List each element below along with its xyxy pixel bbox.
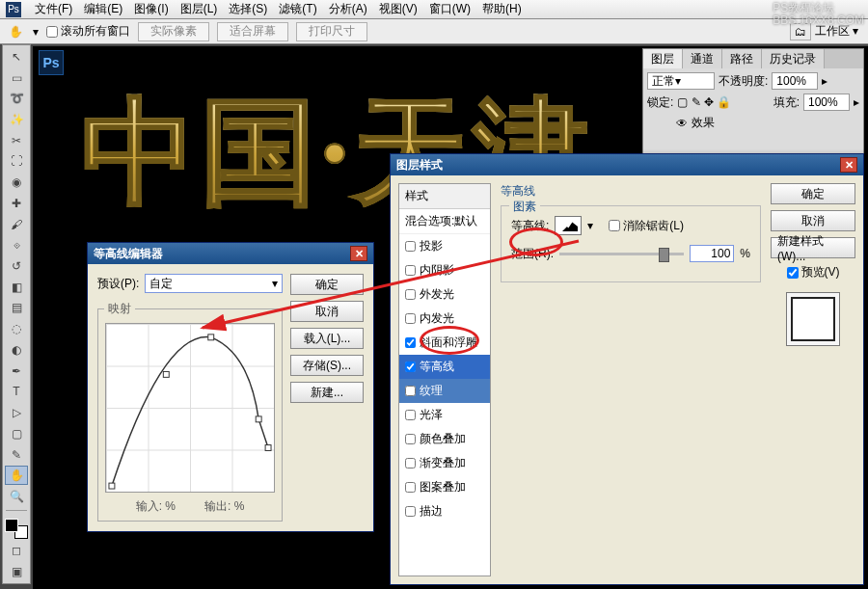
range-input[interactable]	[690, 245, 734, 262]
preset-select[interactable]: 自定▾	[145, 274, 283, 293]
style-list-head[interactable]: 样式	[399, 184, 490, 209]
outer-glow-item[interactable]: 外发光	[399, 282, 490, 307]
menu-file[interactable]: 文件(F)	[29, 0, 78, 19]
preview-checkbox[interactable]: 预览(V)	[787, 264, 840, 281]
menu-analysis[interactable]: 分析(A)	[323, 0, 373, 19]
gradient-overlay-item[interactable]: 渐变叠加	[399, 451, 490, 475]
menu-filter[interactable]: 滤镜(T)	[273, 0, 322, 19]
preset-label: 预设(P):	[97, 276, 139, 292]
layer-style-dialog: 图层样式 ✕ 样式 混合选项:默认 投影 内阴影 外发光 内发光 斜面和浮雕 等…	[390, 153, 864, 585]
satin-item[interactable]: 光泽	[399, 403, 490, 427]
drop-shadow-item[interactable]: 投影	[399, 234, 490, 258]
stamp-tool-icon[interactable]: ⟐	[5, 235, 28, 254]
shape-tool-icon[interactable]: ▢	[5, 424, 28, 443]
scroll-all-windows-checkbox[interactable]: 滚动所有窗口	[46, 23, 130, 40]
zoom-tool-icon[interactable]: 🔍	[5, 487, 28, 506]
inner-glow-item[interactable]: 内发光	[399, 307, 490, 331]
blend-options-item[interactable]: 混合选项:默认	[399, 209, 490, 234]
eye-icon[interactable]: 👁	[676, 117, 688, 130]
pen-tool-icon[interactable]: ✒	[5, 361, 28, 381]
fit-screen-button[interactable]: 适合屏幕	[217, 22, 288, 41]
ok-button[interactable]: 确定	[771, 183, 855, 204]
tab-channels[interactable]: 通道	[683, 49, 722, 68]
close-icon[interactable]: ✕	[350, 246, 367, 261]
svg-rect-2	[208, 335, 214, 340]
texture-item[interactable]: 纹理	[399, 379, 490, 403]
dialog-titlebar[interactable]: 图层样式 ✕	[391, 154, 863, 175]
arrow-icon[interactable]: ▸	[854, 95, 859, 109]
ok-button[interactable]: 确定	[290, 274, 364, 295]
inner-shadow-item[interactable]: 内阴影	[399, 258, 490, 282]
svg-rect-0	[109, 483, 115, 489]
curve-canvas[interactable]	[105, 323, 275, 493]
pattern-overlay-item[interactable]: 图案叠加	[399, 475, 490, 499]
crop-tool-icon[interactable]: ✂	[5, 131, 28, 150]
menu-select[interactable]: 选择(S)	[223, 0, 273, 19]
menu-help[interactable]: 帮助(H)	[476, 0, 528, 19]
go-bridge-icon[interactable]: 🗂	[790, 23, 811, 40]
elements-group-title: 图素	[509, 199, 540, 215]
menu-image[interactable]: 图像(I)	[128, 0, 174, 19]
new-style-button[interactable]: 新建样式(W)...	[771, 237, 855, 258]
fg-bg-swatch[interactable]	[5, 519, 28, 540]
print-size-button[interactable]: 打印尺寸	[296, 22, 367, 41]
lock-icons[interactable]: ▢ ✎ ✥ 🔒	[677, 95, 731, 109]
menu-window[interactable]: 窗口(W)	[423, 0, 476, 19]
cancel-button[interactable]: 取消	[290, 301, 364, 322]
slice-tool-icon[interactable]: ⛶	[5, 152, 28, 172]
close-icon[interactable]: ✕	[840, 157, 857, 173]
svg-rect-1	[163, 371, 169, 377]
hand-tool-icon[interactable]: ✋	[5, 466, 28, 485]
blur-tool-icon[interactable]: ◌	[5, 319, 28, 338]
notes-tool-icon[interactable]: ✎	[5, 445, 28, 465]
marquee-tool-icon[interactable]: ▭	[5, 68, 28, 88]
workspace-dropdown[interactable]: 工作区 ▾	[815, 23, 858, 40]
hand-tool-icon[interactable]: ✋	[6, 22, 25, 41]
contour-thumb[interactable]	[555, 216, 582, 235]
contour-item[interactable]: 等高线	[399, 355, 490, 379]
dropdown-icon[interactable]: ▾	[587, 219, 593, 232]
type-tool-icon[interactable]: T	[5, 383, 28, 402]
menu-view[interactable]: 视图(V)	[373, 0, 423, 19]
layer-effects-label[interactable]: 效果	[692, 115, 715, 131]
move-tool-icon[interactable]: ↖	[5, 47, 28, 67]
heal-tool-icon[interactable]: ✚	[5, 194, 28, 213]
range-slider[interactable]	[559, 253, 684, 255]
actual-pixels-button[interactable]: 实际像素	[138, 22, 209, 41]
path-tool-icon[interactable]: ▷	[5, 403, 28, 422]
color-overlay-item[interactable]: 颜色叠加	[399, 427, 490, 451]
screen-mode-icon[interactable]: ▣	[5, 562, 28, 581]
arrow-icon[interactable]: ▸	[822, 74, 827, 88]
save-button[interactable]: 存储(S)...	[290, 355, 364, 376]
stroke-item[interactable]: 描边	[399, 499, 490, 523]
history-brush-icon[interactable]: ↺	[5, 256, 28, 276]
quick-mask-icon[interactable]: ◻	[5, 541, 28, 560]
eyedropper-tool-icon[interactable]: ◉	[5, 173, 28, 192]
wand-tool-icon[interactable]: ✨	[5, 110, 28, 129]
lasso-tool-icon[interactable]: ➰	[5, 89, 28, 108]
tab-layers[interactable]: 图层	[643, 49, 683, 68]
load-button[interactable]: 载入(L)...	[290, 328, 364, 349]
anti-alias-checkbox[interactable]: 消除锯齿(L)	[609, 218, 684, 234]
brush-tool-icon[interactable]: 🖌	[5, 215, 28, 234]
dialog-titlebar[interactable]: 等高线编辑器 ✕	[88, 243, 373, 264]
opacity-label: 不透明度:	[719, 73, 768, 90]
opacity-input[interactable]: 100%	[772, 72, 818, 90]
dropdown-icon[interactable]: ▾	[33, 25, 39, 39]
tab-paths[interactable]: 路径	[722, 49, 762, 68]
bevel-item[interactable]: 斜面和浮雕	[399, 331, 490, 355]
toolbox: ↖ ▭ ➰ ✨ ✂ ⛶ ◉ ✚ 🖌 ⟐ ↺ ◧ ▤ ◌ ◐ ✒ T ▷ ▢ ✎ …	[2, 44, 31, 584]
range-label: 范围(R):	[511, 246, 554, 262]
fill-input[interactable]: 100%	[803, 94, 850, 111]
cancel-button[interactable]: 取消	[771, 210, 855, 231]
pct-label: %	[740, 247, 750, 260]
blend-mode-select[interactable]: 正常 ▾	[647, 72, 715, 90]
dodge-tool-icon[interactable]: ◐	[5, 340, 28, 360]
eraser-tool-icon[interactable]: ◧	[5, 278, 28, 297]
menu-layer[interactable]: 图层(L)	[175, 0, 224, 19]
menu-edit[interactable]: 编辑(E)	[78, 0, 128, 19]
gradient-tool-icon[interactable]: ▤	[5, 299, 28, 318]
svg-rect-4	[265, 445, 271, 451]
tab-history[interactable]: 历史记录	[762, 49, 825, 68]
new-button[interactable]: 新建...	[290, 382, 364, 403]
